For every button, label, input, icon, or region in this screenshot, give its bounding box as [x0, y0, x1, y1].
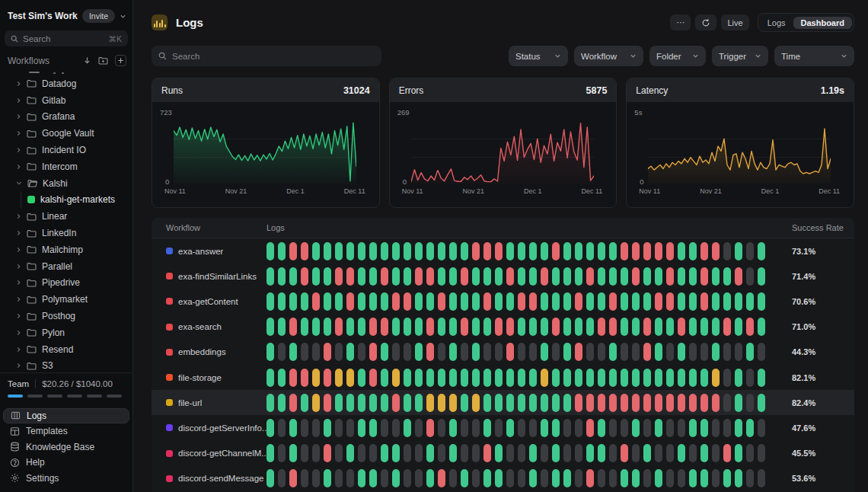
log-bar[interactable] — [449, 242, 457, 260]
log-bar[interactable] — [506, 242, 514, 260]
log-bar[interactable] — [312, 394, 320, 412]
log-bar[interactable] — [289, 318, 297, 336]
log-bar[interactable] — [346, 267, 354, 286]
tree-folder-datadog[interactable]: Datadog — [0, 75, 132, 92]
log-bar[interactable] — [266, 394, 274, 412]
log-bar[interactable] — [621, 469, 628, 487]
tree-folder-pipedrive[interactable]: Pipedrive — [0, 275, 132, 292]
log-bar[interactable] — [506, 419, 514, 437]
log-bar[interactable] — [518, 292, 525, 311]
log-bar[interactable] — [358, 419, 365, 437]
log-bar[interactable] — [278, 267, 286, 286]
log-bar[interactable] — [449, 469, 457, 487]
log-bar[interactable] — [735, 444, 742, 462]
log-bar[interactable] — [746, 318, 754, 336]
log-bar[interactable] — [346, 469, 354, 487]
log-bar[interactable] — [472, 343, 480, 361]
log-bar[interactable] — [666, 369, 674, 387]
log-bar[interactable] — [723, 394, 731, 412]
log-bar[interactable] — [335, 242, 343, 260]
log-bar[interactable] — [700, 343, 708, 361]
log-bar[interactable] — [426, 394, 434, 412]
log-bar[interactable] — [666, 419, 674, 437]
log-bar[interactable] — [415, 394, 423, 412]
log-bar[interactable] — [552, 267, 560, 286]
log-bar[interactable] — [678, 369, 685, 387]
refresh-button[interactable] — [695, 14, 716, 30]
log-bar[interactable] — [643, 242, 651, 260]
log-bar[interactable] — [289, 419, 297, 437]
table-row-file-url[interactable]: file-url82.4% — [152, 390, 854, 415]
log-bar[interactable] — [483, 394, 491, 412]
log-bar[interactable] — [506, 469, 514, 487]
log-bar[interactable] — [655, 469, 662, 487]
log-bar[interactable] — [358, 242, 365, 260]
log-bar[interactable] — [392, 469, 400, 487]
log-bar[interactable] — [723, 318, 731, 336]
log-bar[interactable] — [712, 369, 720, 387]
log-bar[interactable] — [655, 419, 662, 437]
log-bar[interactable] — [346, 369, 354, 387]
log-bar[interactable] — [324, 242, 331, 260]
log-bar[interactable] — [518, 343, 525, 361]
log-bar[interactable] — [689, 369, 697, 387]
log-bar[interactable] — [426, 292, 434, 311]
log-bar[interactable] — [438, 343, 445, 361]
log-bar[interactable] — [621, 343, 628, 361]
table-row-discord-getchannelm-[interactable]: discord-getChannelM...45.5% — [152, 441, 854, 466]
log-bar[interactable] — [575, 394, 582, 412]
log-bar[interactable] — [586, 394, 594, 412]
log-bar[interactable] — [655, 292, 662, 311]
log-bar[interactable] — [655, 242, 662, 260]
log-bar[interactable] — [495, 267, 503, 286]
table-row-exa-search[interactable]: exa-search71.0% — [152, 315, 854, 340]
log-bar[interactable] — [266, 343, 274, 361]
log-bar[interactable] — [392, 419, 400, 437]
log-bar[interactable] — [712, 469, 720, 487]
log-bar[interactable] — [404, 469, 411, 487]
log-bar[interactable] — [404, 419, 411, 437]
log-bar[interactable] — [312, 419, 320, 437]
log-bar[interactable] — [461, 369, 468, 387]
tab-logs[interactable]: Logs — [760, 17, 793, 29]
log-bar[interactable] — [518, 318, 525, 336]
log-bar[interactable] — [324, 419, 331, 437]
sidebar-item-logs[interactable]: Logs — [3, 408, 129, 424]
log-bar[interactable] — [678, 469, 685, 487]
log-bar[interactable] — [723, 267, 731, 286]
table-row-exa-findsimilarlinks[interactable]: exa-findSimilarLinks71.4% — [152, 264, 854, 289]
log-bar[interactable] — [495, 469, 503, 487]
log-bar[interactable] — [278, 419, 286, 437]
log-bar[interactable] — [563, 419, 571, 437]
log-bar[interactable] — [472, 267, 480, 286]
log-bar[interactable] — [266, 469, 274, 487]
log-bar[interactable] — [746, 369, 754, 387]
log-bar[interactable] — [643, 444, 651, 462]
log-bar[interactable] — [541, 369, 548, 387]
log-bar[interactable] — [746, 292, 754, 311]
log-bar[interactable] — [689, 292, 697, 311]
sidebar-item-knowledge-base[interactable]: Knowledge Base — [3, 439, 129, 455]
add-workflow-button[interactable] — [115, 55, 126, 66]
log-bar[interactable] — [415, 343, 423, 361]
log-bar[interactable] — [415, 369, 423, 387]
log-bar[interactable] — [621, 292, 628, 311]
log-bar[interactable] — [712, 318, 720, 336]
log-bar[interactable] — [461, 343, 468, 361]
log-bar[interactable] — [575, 267, 582, 286]
log-bar[interactable] — [506, 394, 514, 412]
log-bar[interactable] — [758, 394, 765, 412]
log-bar[interactable] — [563, 369, 571, 387]
new-folder-icon[interactable] — [98, 56, 108, 65]
log-bar[interactable] — [438, 292, 445, 311]
table-row-file-storage[interactable]: file-storage82.1% — [152, 365, 854, 390]
filter-trigger[interactable]: Trigger — [712, 46, 768, 66]
log-bar[interactable] — [426, 343, 434, 361]
log-bar[interactable] — [392, 343, 400, 361]
log-bar[interactable] — [266, 369, 274, 387]
log-bar[interactable] — [358, 292, 365, 311]
log-bar[interactable] — [758, 419, 765, 437]
log-bar[interactable] — [495, 292, 503, 311]
log-bar[interactable] — [666, 343, 674, 361]
log-bar[interactable] — [415, 444, 423, 462]
